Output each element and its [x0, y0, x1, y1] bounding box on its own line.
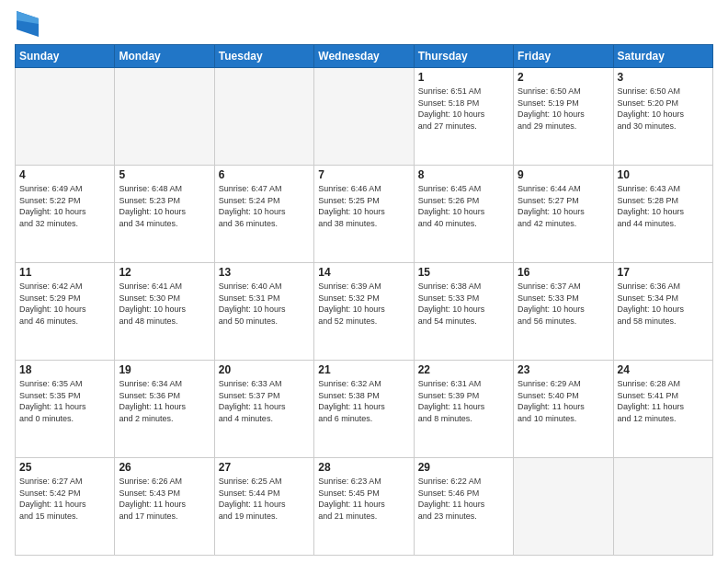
calendar-cell: 27Sunrise: 6:25 AM Sunset: 5:44 PM Dayli…: [214, 458, 313, 556]
day-number: 27: [219, 461, 310, 474]
day-number: 12: [119, 266, 210, 279]
day-number: 29: [418, 461, 509, 474]
calendar-week-2: 11Sunrise: 6:42 AM Sunset: 5:29 PM Dayli…: [16, 263, 713, 361]
calendar-cell: [214, 68, 313, 166]
day-info: Sunrise: 6:35 AM Sunset: 5:35 PM Dayligh…: [19, 378, 110, 424]
day-info: Sunrise: 6:25 AM Sunset: 5:44 PM Dayligh…: [219, 476, 310, 522]
day-number: 11: [19, 266, 110, 279]
calendar-cell: [115, 68, 214, 166]
day-number: 20: [219, 363, 310, 376]
calendar-cell: [16, 68, 115, 166]
calendar-cell: [613, 458, 712, 556]
calendar-cell: 11Sunrise: 6:42 AM Sunset: 5:29 PM Dayli…: [16, 263, 115, 361]
calendar-cell: 22Sunrise: 6:31 AM Sunset: 5:39 PM Dayli…: [414, 361, 513, 458]
day-info: Sunrise: 6:43 AM Sunset: 5:28 PM Dayligh…: [618, 183, 709, 229]
day-number: 3: [618, 71, 709, 84]
calendar-week-3: 18Sunrise: 6:35 AM Sunset: 5:35 PM Dayli…: [16, 361, 713, 458]
day-number: 1: [418, 71, 509, 84]
day-number: 2: [518, 71, 609, 84]
day-info: Sunrise: 6:27 AM Sunset: 5:42 PM Dayligh…: [19, 476, 110, 522]
day-number: 21: [318, 363, 409, 376]
day-info: Sunrise: 6:34 AM Sunset: 5:36 PM Dayligh…: [119, 378, 210, 424]
day-header-sunday: Sunday: [16, 45, 115, 68]
day-info: Sunrise: 6:32 AM Sunset: 5:38 PM Dayligh…: [318, 378, 409, 424]
day-info: Sunrise: 6:46 AM Sunset: 5:25 PM Dayligh…: [318, 183, 409, 229]
calendar-cell: 1Sunrise: 6:51 AM Sunset: 5:18 PM Daylig…: [414, 68, 513, 166]
day-info: Sunrise: 6:50 AM Sunset: 5:19 PM Dayligh…: [518, 86, 609, 132]
day-info: Sunrise: 6:48 AM Sunset: 5:23 PM Dayligh…: [119, 183, 210, 229]
day-number: 9: [518, 168, 609, 181]
day-number: 13: [219, 266, 310, 279]
logo-icon: [17, 11, 39, 37]
day-header-friday: Friday: [514, 45, 613, 68]
day-info: Sunrise: 6:23 AM Sunset: 5:45 PM Dayligh…: [318, 476, 409, 522]
day-number: 17: [618, 266, 709, 279]
calendar-cell: 19Sunrise: 6:34 AM Sunset: 5:36 PM Dayli…: [115, 361, 214, 458]
header: [15, 15, 713, 37]
day-info: Sunrise: 6:26 AM Sunset: 5:43 PM Dayligh…: [119, 476, 210, 522]
calendar-cell: 6Sunrise: 6:47 AM Sunset: 5:24 PM Daylig…: [214, 166, 313, 263]
day-header-monday: Monday: [115, 45, 214, 68]
calendar-cell: 28Sunrise: 6:23 AM Sunset: 5:45 PM Dayli…: [314, 458, 414, 556]
day-number: 22: [418, 363, 509, 376]
day-info: Sunrise: 6:33 AM Sunset: 5:37 PM Dayligh…: [219, 378, 310, 424]
day-info: Sunrise: 6:37 AM Sunset: 5:33 PM Dayligh…: [518, 281, 609, 327]
day-number: 5: [119, 168, 210, 181]
calendar-header-row: SundayMondayTuesdayWednesdayThursdayFrid…: [16, 45, 713, 68]
calendar-cell: 2Sunrise: 6:50 AM Sunset: 5:19 PM Daylig…: [514, 68, 613, 166]
day-number: 10: [618, 168, 709, 181]
day-header-saturday: Saturday: [613, 45, 712, 68]
day-info: Sunrise: 6:22 AM Sunset: 5:46 PM Dayligh…: [418, 476, 509, 522]
calendar-cell: 18Sunrise: 6:35 AM Sunset: 5:35 PM Dayli…: [16, 361, 115, 458]
calendar-cell: 4Sunrise: 6:49 AM Sunset: 5:22 PM Daylig…: [16, 166, 115, 263]
day-info: Sunrise: 6:50 AM Sunset: 5:20 PM Dayligh…: [618, 86, 709, 132]
day-info: Sunrise: 6:28 AM Sunset: 5:41 PM Dayligh…: [618, 378, 709, 424]
calendar-cell: 10Sunrise: 6:43 AM Sunset: 5:28 PM Dayli…: [613, 166, 712, 263]
calendar-cell: 12Sunrise: 6:41 AM Sunset: 5:30 PM Dayli…: [115, 263, 214, 361]
day-number: 15: [418, 266, 509, 279]
day-number: 7: [318, 168, 409, 181]
day-number: 4: [19, 168, 110, 181]
day-info: Sunrise: 6:40 AM Sunset: 5:31 PM Dayligh…: [219, 281, 310, 327]
day-info: Sunrise: 6:44 AM Sunset: 5:27 PM Dayligh…: [518, 183, 609, 229]
day-number: 24: [618, 363, 709, 376]
day-number: 6: [219, 168, 310, 181]
calendar-week-1: 4Sunrise: 6:49 AM Sunset: 5:22 PM Daylig…: [16, 166, 713, 263]
logo: [15, 15, 39, 37]
calendar-week-4: 25Sunrise: 6:27 AM Sunset: 5:42 PM Dayli…: [16, 458, 713, 556]
day-info: Sunrise: 6:38 AM Sunset: 5:33 PM Dayligh…: [418, 281, 509, 327]
calendar-cell: 26Sunrise: 6:26 AM Sunset: 5:43 PM Dayli…: [115, 458, 214, 556]
day-number: 23: [518, 363, 609, 376]
calendar-cell: [514, 458, 613, 556]
calendar-page: SundayMondayTuesdayWednesdayThursdayFrid…: [0, 0, 728, 563]
calendar-cell: 5Sunrise: 6:48 AM Sunset: 5:23 PM Daylig…: [115, 166, 214, 263]
calendar-cell: 20Sunrise: 6:33 AM Sunset: 5:37 PM Dayli…: [214, 361, 313, 458]
calendar-cell: 16Sunrise: 6:37 AM Sunset: 5:33 PM Dayli…: [514, 263, 613, 361]
calendar-cell: 15Sunrise: 6:38 AM Sunset: 5:33 PM Dayli…: [414, 263, 513, 361]
day-info: Sunrise: 6:36 AM Sunset: 5:34 PM Dayligh…: [618, 281, 709, 327]
calendar-cell: 3Sunrise: 6:50 AM Sunset: 5:20 PM Daylig…: [613, 68, 712, 166]
calendar-week-0: 1Sunrise: 6:51 AM Sunset: 5:18 PM Daylig…: [16, 68, 713, 166]
calendar-cell: 23Sunrise: 6:29 AM Sunset: 5:40 PM Dayli…: [514, 361, 613, 458]
calendar-cell: 9Sunrise: 6:44 AM Sunset: 5:27 PM Daylig…: [514, 166, 613, 263]
day-info: Sunrise: 6:39 AM Sunset: 5:32 PM Dayligh…: [318, 281, 409, 327]
calendar-cell: [314, 68, 414, 166]
day-info: Sunrise: 6:45 AM Sunset: 5:26 PM Dayligh…: [418, 183, 509, 229]
day-header-tuesday: Tuesday: [214, 45, 313, 68]
day-info: Sunrise: 6:29 AM Sunset: 5:40 PM Dayligh…: [518, 378, 609, 424]
day-number: 16: [518, 266, 609, 279]
day-info: Sunrise: 6:51 AM Sunset: 5:18 PM Dayligh…: [418, 86, 509, 132]
day-info: Sunrise: 6:31 AM Sunset: 5:39 PM Dayligh…: [418, 378, 509, 424]
calendar-cell: 13Sunrise: 6:40 AM Sunset: 5:31 PM Dayli…: [214, 263, 313, 361]
day-number: 14: [318, 266, 409, 279]
calendar-cell: 25Sunrise: 6:27 AM Sunset: 5:42 PM Dayli…: [16, 458, 115, 556]
day-info: Sunrise: 6:42 AM Sunset: 5:29 PM Dayligh…: [19, 281, 110, 327]
day-info: Sunrise: 6:47 AM Sunset: 5:24 PM Dayligh…: [219, 183, 310, 229]
day-header-wednesday: Wednesday: [314, 45, 414, 68]
day-info: Sunrise: 6:41 AM Sunset: 5:30 PM Dayligh…: [119, 281, 210, 327]
calendar-table: SundayMondayTuesdayWednesdayThursdayFrid…: [15, 44, 713, 556]
calendar-cell: 8Sunrise: 6:45 AM Sunset: 5:26 PM Daylig…: [414, 166, 513, 263]
calendar-cell: 17Sunrise: 6:36 AM Sunset: 5:34 PM Dayli…: [613, 263, 712, 361]
day-number: 28: [318, 461, 409, 474]
day-info: Sunrise: 6:49 AM Sunset: 5:22 PM Dayligh…: [19, 183, 110, 229]
